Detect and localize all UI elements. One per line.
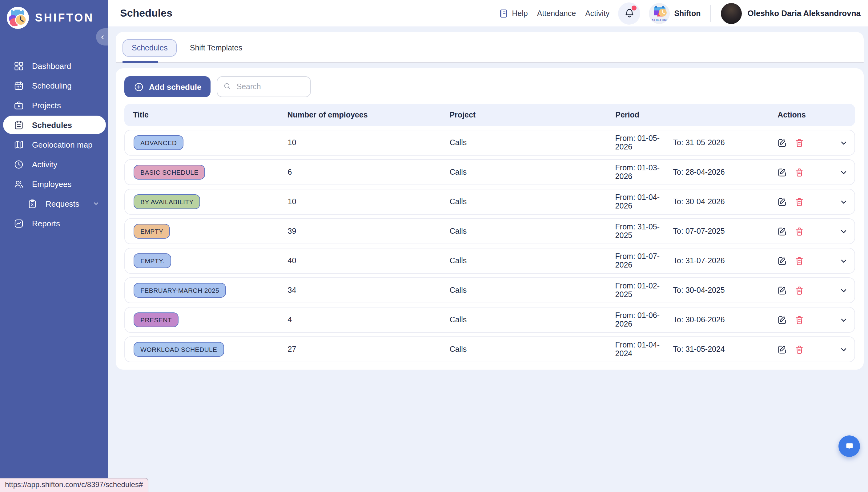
sidebar-item-scheduling[interactable]: Scheduling (0, 76, 108, 95)
delete-icon[interactable] (794, 167, 805, 177)
edit-icon[interactable] (777, 167, 788, 177)
page-title: Schedules (120, 7, 172, 19)
schedule-icon (14, 120, 24, 130)
sidebar-collapse-button[interactable] (96, 28, 108, 46)
project-name: Calls (450, 256, 615, 265)
employees-count: 10 (288, 197, 450, 206)
employees-count: 4 (288, 316, 450, 324)
column-header-period: Period (615, 111, 777, 119)
table-row: BASIC SCHEDULE 6 Calls From: 01-03-2026 … (124, 159, 855, 185)
user-menu[interactable]: Oleshko Daria Aleksandrovna (721, 3, 861, 24)
edit-icon[interactable] (777, 255, 788, 266)
toolbar: Add schedule (124, 76, 855, 97)
delete-icon[interactable] (794, 196, 805, 207)
edit-icon[interactable] (777, 344, 788, 354)
schedule-title-badge: EMPTY (134, 224, 170, 239)
tabs-bar: SchedulesShift Templates (116, 32, 864, 63)
sidebar-item-requests[interactable]: Requests (0, 194, 108, 213)
sidebar: SHIFTON DashboardSchedulingProjectsSched… (0, 0, 108, 492)
expand-chevron-icon[interactable] (839, 315, 848, 324)
add-schedule-button[interactable]: Add schedule (124, 76, 211, 97)
period-from: From: 01-05-2026 (615, 134, 673, 151)
edit-icon[interactable] (777, 285, 788, 296)
edit-icon[interactable] (777, 315, 788, 325)
calendar-icon (14, 80, 24, 91)
search-box (217, 76, 311, 97)
sidebar-item-employees[interactable]: Employees (0, 175, 108, 193)
chevron-left-icon (99, 33, 105, 40)
sidebar-item-label: Projects (32, 101, 61, 110)
user-avatar (721, 3, 742, 24)
period-from: From: 01-04-2024 (615, 341, 673, 358)
sidebar-item-reports[interactable]: Reports (0, 214, 108, 232)
column-header-title: Title (124, 111, 287, 119)
company-avatar: SHIFTON (649, 3, 670, 24)
delete-icon[interactable] (794, 315, 805, 325)
expand-chevron-icon[interactable] (839, 227, 848, 236)
notifications-button[interactable] (618, 2, 640, 24)
period-to: To: 28-04-2026 (673, 168, 725, 176)
sidebar-item-label: Reports (32, 219, 60, 228)
sidebar-item-activity[interactable]: Activity (0, 155, 108, 173)
sidebar-item-label: Geolocation map (32, 140, 93, 149)
tab-shift-templates[interactable]: Shift Templates (181, 39, 252, 56)
expand-chevron-icon[interactable] (839, 286, 848, 295)
edit-icon[interactable] (777, 226, 788, 237)
sidebar-item-label: Scheduling (32, 81, 72, 90)
edit-icon[interactable] (777, 138, 788, 148)
delete-icon[interactable] (794, 285, 805, 296)
edit-icon[interactable] (777, 196, 788, 207)
sidebar-item-projects[interactable]: Projects (0, 96, 108, 115)
delete-icon[interactable] (794, 255, 805, 266)
company-name: Shifton (674, 9, 701, 18)
schedule-title-badge: ADVANCED (134, 135, 184, 150)
brand-logo-row[interactable]: SHIFTON (0, 0, 108, 29)
users-icon (14, 179, 24, 189)
expand-chevron-icon[interactable] (839, 256, 848, 265)
svg-text:SHIFTON: SHIFTON (652, 18, 667, 22)
expand-chevron-icon[interactable] (839, 197, 848, 206)
expand-chevron-icon[interactable] (839, 345, 848, 354)
sidebar-item-dashboard[interactable]: Dashboard (0, 56, 108, 75)
sidebar-item-geolocation-map[interactable]: Geolocation map (0, 135, 108, 154)
project-name: Calls (450, 345, 615, 353)
table-row: PRESENT 4 Calls From: 01-06-2026 To: 30-… (124, 307, 855, 333)
search-icon (223, 82, 232, 91)
tab-schedules[interactable]: Schedules (122, 39, 177, 56)
period-to: To: 31-05-2024 (673, 345, 725, 353)
period-from: From: 01-06-2026 (615, 311, 673, 328)
sidebar-item-label: Schedules (32, 120, 72, 129)
notification-unread-dot (632, 5, 636, 10)
employees-count: 10 (288, 139, 450, 147)
delete-icon[interactable] (794, 226, 805, 237)
sidebar-item-label: Activity (32, 159, 57, 169)
sidebar-item-schedules[interactable]: Schedules (3, 116, 106, 134)
project-name: Calls (450, 168, 615, 176)
expand-chevron-icon[interactable] (839, 138, 848, 147)
period-to: To: 31-07-2026 (673, 256, 725, 265)
top-links: HelpAttendanceActivity (498, 8, 609, 18)
company-menu[interactable]: SHIFTON Shifton (649, 3, 701, 24)
table-row: EMPTY 39 Calls From: 31-05-2025 To: 07-0… (124, 218, 855, 244)
top-link-help[interactable]: Help (498, 8, 527, 18)
tab-track (116, 62, 864, 63)
project-name: Calls (450, 197, 615, 206)
chat-widget-button[interactable] (839, 436, 860, 457)
period-from: From: 01-02-2025 (615, 282, 673, 299)
schedule-title-badge: BY AVAILABILITY (134, 194, 201, 209)
briefcase-icon (14, 100, 24, 110)
clipboard-icon (27, 198, 38, 209)
top-link-activity[interactable]: Activity (585, 9, 609, 18)
column-header-project: Project (449, 111, 615, 119)
top-link-attendance[interactable]: Attendance (537, 9, 576, 18)
expand-chevron-icon[interactable] (839, 168, 848, 177)
report-icon (14, 218, 24, 228)
delete-icon[interactable] (794, 138, 805, 148)
schedule-title-badge: BASIC SCHEDULE (134, 165, 205, 179)
table-row: ADVANCED 10 Calls From: 01-05-2026 To: 3… (124, 130, 855, 155)
period-from: From: 01-03-2026 (615, 164, 673, 181)
employees-count: 6 (288, 168, 450, 176)
project-name: Calls (450, 227, 615, 236)
delete-icon[interactable] (794, 344, 805, 354)
grid-icon (14, 60, 24, 71)
